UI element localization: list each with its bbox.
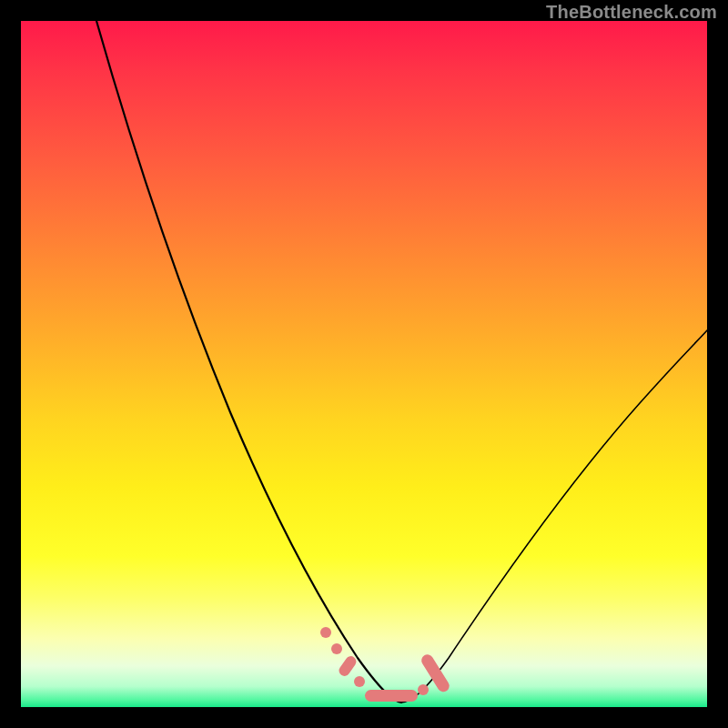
chart-root: TheBottleneck.com: [0, 0, 728, 728]
marker-dot: [354, 676, 365, 687]
plot-area: [21, 21, 707, 707]
marker-pill: [337, 654, 359, 679]
marker-dot: [320, 627, 331, 638]
left-curve: [96, 21, 401, 703]
marker-dot: [331, 643, 342, 654]
watermark-text: TheBottleneck.com: [546, 2, 717, 23]
marker-group: [320, 627, 451, 702]
marker-pill: [365, 690, 418, 702]
marker-dot: [418, 684, 429, 695]
right-curve: [401, 330, 707, 703]
curve-layer: [21, 21, 707, 707]
